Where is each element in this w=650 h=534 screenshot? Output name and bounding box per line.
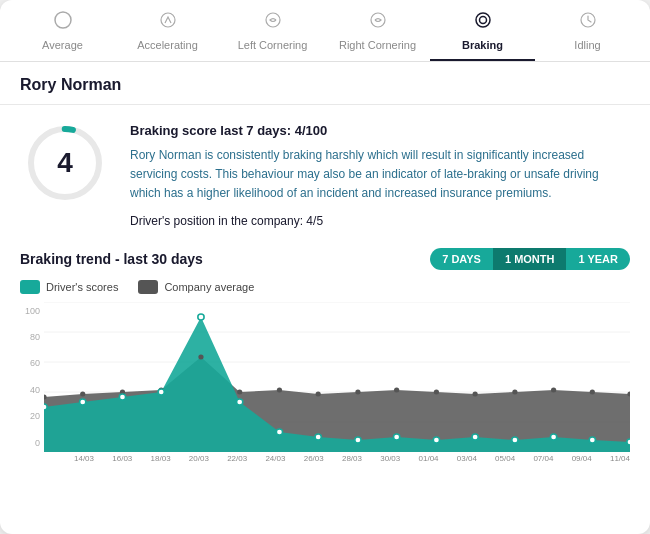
score-label: Braking score last 7 days: 4/100: [130, 123, 630, 138]
btn-1month[interactable]: 1 MONTH: [493, 248, 567, 270]
chart-area: [44, 302, 630, 452]
legend-company-label: Company average: [164, 281, 254, 293]
svg-point-18: [80, 391, 85, 396]
score-description: Rory Norman is consistently braking hars…: [130, 146, 630, 204]
svg-point-34: [80, 399, 86, 405]
svg-point-3: [371, 13, 385, 27]
legend-drivers-label: Driver's scores: [46, 281, 118, 293]
legend-company-average: Company average: [138, 280, 254, 294]
trend-section: Braking trend - last 30 days 7 DAYS 1 MO…: [0, 238, 650, 463]
legend-drivers-scores: Driver's scores: [20, 280, 118, 294]
btn-7days[interactable]: 7 DAYS: [430, 248, 493, 270]
x-axis-labels: 14/03 16/03 18/03 20/03 22/03 24/03 26/0…: [44, 452, 630, 463]
svg-point-24: [316, 391, 321, 396]
svg-point-26: [394, 387, 399, 392]
score-circle: 4: [25, 123, 105, 203]
main-card: Average Accelerating Left Cornering: [0, 0, 650, 534]
tab-idling[interactable]: Idling: [535, 0, 640, 61]
svg-point-5: [479, 17, 486, 24]
trend-header: Braking trend - last 30 days 7 DAYS 1 MO…: [20, 248, 630, 270]
score-circle-container: 4: [20, 123, 110, 203]
svg-point-29: [512, 389, 517, 394]
score-info: Braking score last 7 days: 4/100 Rory No…: [130, 123, 630, 228]
tab-braking[interactable]: Braking: [430, 0, 535, 61]
trend-title: Braking trend - last 30 days: [20, 251, 203, 267]
accelerating-icon: [158, 10, 178, 35]
svg-point-39: [276, 429, 282, 435]
score-value: 4: [57, 147, 73, 179]
driver-name: Rory Norman: [0, 62, 650, 105]
chart-container: 14/03 16/03 18/03 20/03 22/03 24/03 26/0…: [44, 302, 630, 463]
svg-point-33: [44, 404, 47, 410]
chart-wrapper: 100 80 60 40 20 0: [20, 302, 630, 463]
svg-point-42: [394, 434, 400, 440]
legend-teal-icon: [20, 280, 40, 294]
svg-point-22: [237, 389, 242, 394]
svg-point-23: [277, 387, 282, 392]
tab-right-cornering[interactable]: Right Cornering: [325, 0, 430, 61]
svg-point-43: [433, 437, 439, 443]
svg-point-38: [237, 399, 243, 405]
svg-point-35: [119, 394, 125, 400]
left-cornering-icon: [263, 10, 283, 35]
svg-point-31: [590, 389, 595, 394]
score-section: 4 Braking score last 7 days: 4/100 Rory …: [0, 105, 650, 238]
idling-icon: [578, 10, 598, 35]
svg-point-4: [476, 13, 490, 27]
svg-point-45: [512, 437, 518, 443]
svg-point-41: [355, 437, 361, 443]
svg-point-1: [161, 13, 175, 27]
right-cornering-icon: [368, 10, 388, 35]
svg-point-37: [198, 314, 204, 320]
svg-point-0: [55, 12, 71, 28]
svg-point-2: [266, 13, 280, 27]
svg-point-46: [550, 434, 556, 440]
svg-point-44: [472, 434, 478, 440]
tab-left-cornering[interactable]: Left Cornering: [220, 0, 325, 61]
nav-tabs: Average Accelerating Left Cornering: [0, 0, 650, 62]
time-buttons: 7 DAYS 1 MONTH 1 YEAR: [430, 248, 630, 270]
svg-point-47: [589, 437, 595, 443]
tab-accelerating[interactable]: Accelerating: [115, 0, 220, 61]
btn-1year[interactable]: 1 YEAR: [566, 248, 630, 270]
svg-point-27: [434, 389, 439, 394]
legend-gray-icon: [138, 280, 158, 294]
chart-legend: Driver's scores Company average: [20, 280, 630, 294]
y-axis: 100 80 60 40 20 0: [20, 302, 44, 452]
svg-point-40: [315, 434, 321, 440]
position-text: Driver's position in the company: 4/5: [130, 214, 630, 228]
svg-point-30: [551, 387, 556, 392]
svg-point-48: [627, 439, 630, 445]
average-icon: [53, 10, 73, 35]
tab-average[interactable]: Average: [10, 0, 115, 61]
svg-point-21: [198, 354, 203, 359]
svg-point-36: [158, 389, 164, 395]
braking-icon: [473, 10, 493, 35]
svg-point-28: [473, 391, 478, 396]
svg-point-25: [355, 389, 360, 394]
